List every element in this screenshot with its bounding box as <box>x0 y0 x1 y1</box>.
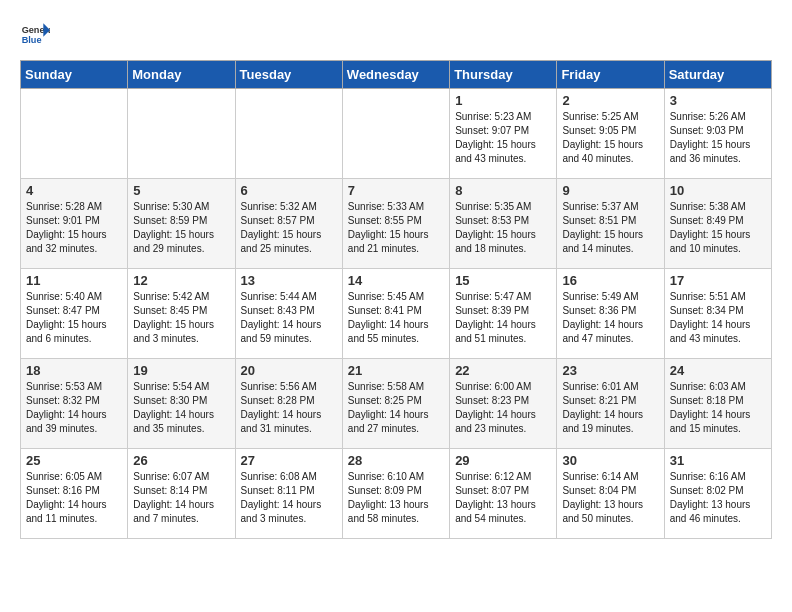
day-info: Sunrise: 5:53 AM Sunset: 8:32 PM Dayligh… <box>26 380 122 436</box>
day-info: Sunrise: 6:12 AM Sunset: 8:07 PM Dayligh… <box>455 470 551 526</box>
day-number: 4 <box>26 183 122 198</box>
week-row-2: 11Sunrise: 5:40 AM Sunset: 8:47 PM Dayli… <box>21 269 772 359</box>
day-info: Sunrise: 6:10 AM Sunset: 8:09 PM Dayligh… <box>348 470 444 526</box>
calendar-cell: 9Sunrise: 5:37 AM Sunset: 8:51 PM Daylig… <box>557 179 664 269</box>
calendar-cell: 20Sunrise: 5:56 AM Sunset: 8:28 PM Dayli… <box>235 359 342 449</box>
day-info: Sunrise: 5:33 AM Sunset: 8:55 PM Dayligh… <box>348 200 444 256</box>
day-number: 14 <box>348 273 444 288</box>
day-info: Sunrise: 5:44 AM Sunset: 8:43 PM Dayligh… <box>241 290 337 346</box>
calendar-cell: 6Sunrise: 5:32 AM Sunset: 8:57 PM Daylig… <box>235 179 342 269</box>
day-of-week-header: SundayMondayTuesdayWednesdayThursdayFrid… <box>21 61 772 89</box>
day-number: 31 <box>670 453 766 468</box>
day-info: Sunrise: 6:00 AM Sunset: 8:23 PM Dayligh… <box>455 380 551 436</box>
day-number: 7 <box>348 183 444 198</box>
calendar-cell: 16Sunrise: 5:49 AM Sunset: 8:36 PM Dayli… <box>557 269 664 359</box>
calendar-cell: 27Sunrise: 6:08 AM Sunset: 8:11 PM Dayli… <box>235 449 342 539</box>
day-number: 25 <box>26 453 122 468</box>
calendar-cell: 18Sunrise: 5:53 AM Sunset: 8:32 PM Dayli… <box>21 359 128 449</box>
calendar-cell: 26Sunrise: 6:07 AM Sunset: 8:14 PM Dayli… <box>128 449 235 539</box>
calendar-cell <box>342 89 449 179</box>
day-number: 22 <box>455 363 551 378</box>
calendar-cell: 25Sunrise: 6:05 AM Sunset: 8:16 PM Dayli… <box>21 449 128 539</box>
calendar-cell <box>235 89 342 179</box>
calendar-cell: 7Sunrise: 5:33 AM Sunset: 8:55 PM Daylig… <box>342 179 449 269</box>
logo: General Blue <box>20 20 50 50</box>
dow-saturday: Saturday <box>664 61 771 89</box>
calendar-cell: 3Sunrise: 5:26 AM Sunset: 9:03 PM Daylig… <box>664 89 771 179</box>
day-number: 18 <box>26 363 122 378</box>
calendar-cell: 28Sunrise: 6:10 AM Sunset: 8:09 PM Dayli… <box>342 449 449 539</box>
calendar-cell: 24Sunrise: 6:03 AM Sunset: 8:18 PM Dayli… <box>664 359 771 449</box>
day-number: 19 <box>133 363 229 378</box>
day-number: 16 <box>562 273 658 288</box>
day-info: Sunrise: 6:07 AM Sunset: 8:14 PM Dayligh… <box>133 470 229 526</box>
calendar-cell: 10Sunrise: 5:38 AM Sunset: 8:49 PM Dayli… <box>664 179 771 269</box>
day-number: 1 <box>455 93 551 108</box>
day-info: Sunrise: 6:08 AM Sunset: 8:11 PM Dayligh… <box>241 470 337 526</box>
day-info: Sunrise: 5:30 AM Sunset: 8:59 PM Dayligh… <box>133 200 229 256</box>
day-number: 17 <box>670 273 766 288</box>
logo-icon: General Blue <box>20 20 50 50</box>
day-number: 20 <box>241 363 337 378</box>
calendar-cell: 2Sunrise: 5:25 AM Sunset: 9:05 PM Daylig… <box>557 89 664 179</box>
dow-friday: Friday <box>557 61 664 89</box>
day-info: Sunrise: 5:32 AM Sunset: 8:57 PM Dayligh… <box>241 200 337 256</box>
day-info: Sunrise: 6:14 AM Sunset: 8:04 PM Dayligh… <box>562 470 658 526</box>
day-info: Sunrise: 5:58 AM Sunset: 8:25 PM Dayligh… <box>348 380 444 436</box>
calendar-cell: 1Sunrise: 5:23 AM Sunset: 9:07 PM Daylig… <box>450 89 557 179</box>
day-info: Sunrise: 5:47 AM Sunset: 8:39 PM Dayligh… <box>455 290 551 346</box>
calendar-table: SundayMondayTuesdayWednesdayThursdayFrid… <box>20 60 772 539</box>
page-header: General Blue <box>20 20 772 50</box>
calendar-cell: 14Sunrise: 5:45 AM Sunset: 8:41 PM Dayli… <box>342 269 449 359</box>
day-info: Sunrise: 5:42 AM Sunset: 8:45 PM Dayligh… <box>133 290 229 346</box>
day-info: Sunrise: 5:54 AM Sunset: 8:30 PM Dayligh… <box>133 380 229 436</box>
calendar-cell: 29Sunrise: 6:12 AM Sunset: 8:07 PM Dayli… <box>450 449 557 539</box>
day-number: 2 <box>562 93 658 108</box>
day-number: 6 <box>241 183 337 198</box>
day-info: Sunrise: 5:40 AM Sunset: 8:47 PM Dayligh… <box>26 290 122 346</box>
dow-monday: Monday <box>128 61 235 89</box>
day-info: Sunrise: 5:37 AM Sunset: 8:51 PM Dayligh… <box>562 200 658 256</box>
calendar-cell: 19Sunrise: 5:54 AM Sunset: 8:30 PM Dayli… <box>128 359 235 449</box>
svg-text:Blue: Blue <box>22 35 42 45</box>
calendar-cell: 8Sunrise: 5:35 AM Sunset: 8:53 PM Daylig… <box>450 179 557 269</box>
calendar-cell: 22Sunrise: 6:00 AM Sunset: 8:23 PM Dayli… <box>450 359 557 449</box>
dow-sunday: Sunday <box>21 61 128 89</box>
day-number: 3 <box>670 93 766 108</box>
day-info: Sunrise: 5:38 AM Sunset: 8:49 PM Dayligh… <box>670 200 766 256</box>
calendar-cell: 17Sunrise: 5:51 AM Sunset: 8:34 PM Dayli… <box>664 269 771 359</box>
calendar-cell <box>21 89 128 179</box>
day-info: Sunrise: 5:26 AM Sunset: 9:03 PM Dayligh… <box>670 110 766 166</box>
day-number: 5 <box>133 183 229 198</box>
week-row-3: 18Sunrise: 5:53 AM Sunset: 8:32 PM Dayli… <box>21 359 772 449</box>
calendar-cell: 21Sunrise: 5:58 AM Sunset: 8:25 PM Dayli… <box>342 359 449 449</box>
day-info: Sunrise: 5:56 AM Sunset: 8:28 PM Dayligh… <box>241 380 337 436</box>
dow-wednesday: Wednesday <box>342 61 449 89</box>
day-number: 23 <box>562 363 658 378</box>
calendar-cell: 11Sunrise: 5:40 AM Sunset: 8:47 PM Dayli… <box>21 269 128 359</box>
day-number: 9 <box>562 183 658 198</box>
day-info: Sunrise: 5:49 AM Sunset: 8:36 PM Dayligh… <box>562 290 658 346</box>
day-number: 28 <box>348 453 444 468</box>
day-number: 30 <box>562 453 658 468</box>
day-info: Sunrise: 6:16 AM Sunset: 8:02 PM Dayligh… <box>670 470 766 526</box>
day-number: 13 <box>241 273 337 288</box>
day-info: Sunrise: 5:45 AM Sunset: 8:41 PM Dayligh… <box>348 290 444 346</box>
day-number: 11 <box>26 273 122 288</box>
calendar-cell: 5Sunrise: 5:30 AM Sunset: 8:59 PM Daylig… <box>128 179 235 269</box>
week-row-0: 1Sunrise: 5:23 AM Sunset: 9:07 PM Daylig… <box>21 89 772 179</box>
day-number: 29 <box>455 453 551 468</box>
day-info: Sunrise: 6:03 AM Sunset: 8:18 PM Dayligh… <box>670 380 766 436</box>
day-info: Sunrise: 5:35 AM Sunset: 8:53 PM Dayligh… <box>455 200 551 256</box>
day-info: Sunrise: 6:05 AM Sunset: 8:16 PM Dayligh… <box>26 470 122 526</box>
calendar-cell: 23Sunrise: 6:01 AM Sunset: 8:21 PM Dayli… <box>557 359 664 449</box>
day-info: Sunrise: 5:23 AM Sunset: 9:07 PM Dayligh… <box>455 110 551 166</box>
day-number: 12 <box>133 273 229 288</box>
day-number: 24 <box>670 363 766 378</box>
calendar-cell: 12Sunrise: 5:42 AM Sunset: 8:45 PM Dayli… <box>128 269 235 359</box>
day-info: Sunrise: 5:28 AM Sunset: 9:01 PM Dayligh… <box>26 200 122 256</box>
dow-tuesday: Tuesday <box>235 61 342 89</box>
day-number: 21 <box>348 363 444 378</box>
day-info: Sunrise: 5:51 AM Sunset: 8:34 PM Dayligh… <box>670 290 766 346</box>
dow-thursday: Thursday <box>450 61 557 89</box>
